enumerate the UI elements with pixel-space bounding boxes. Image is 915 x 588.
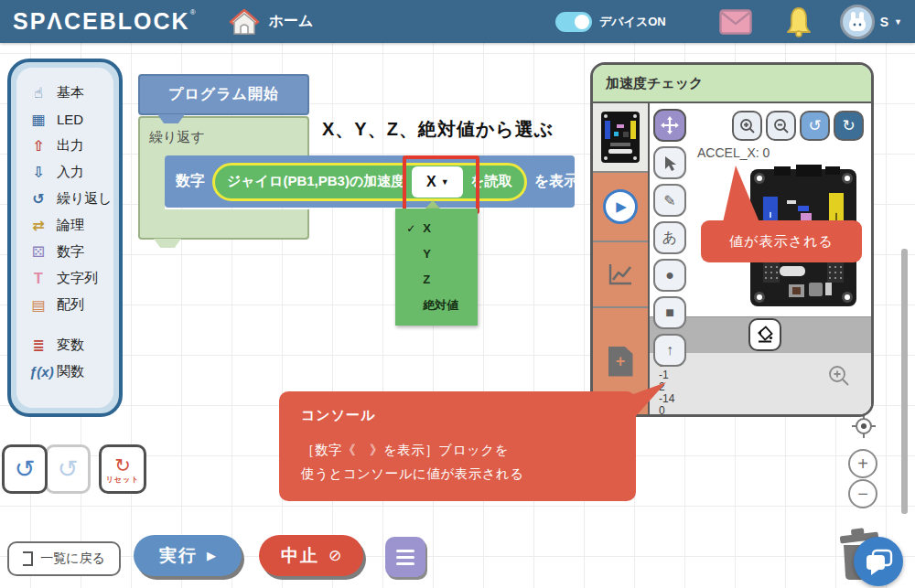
string-letter-icon: T	[29, 271, 48, 287]
text-tool-button[interactable]: あ	[653, 221, 686, 254]
notification-bell-button[interactable]	[785, 6, 813, 37]
input-tray-icon: ⇩	[29, 164, 48, 181]
raise-tool-button[interactable]: ↑	[653, 334, 686, 367]
thumbs-up-icon: ☝	[29, 84, 48, 102]
sidebar-item-output[interactable]: ⇧ 出力	[29, 133, 113, 159]
dropdown-hint-text: X、Y、Z、絶対値から選ぶ	[322, 117, 554, 142]
chat-bubbles-icon	[864, 547, 893, 576]
console-callout-line1: ［数字《 》を表示］ブロックを	[301, 438, 614, 462]
repeat-block-spine	[138, 155, 165, 212]
zoom-out-icon	[773, 118, 790, 134]
device-check-panel: 加速度チェック	[590, 62, 874, 417]
chevron-down-icon: ▼	[894, 17, 902, 27]
sidebar-item-basic[interactable]: ☝ 基本	[29, 80, 113, 106]
value-callout-pointer	[721, 164, 761, 224]
stop-button[interactable]: 中止 ⊘	[259, 535, 363, 576]
function-fx-icon: ƒ(x)	[29, 364, 48, 380]
zoom-out-circle-button[interactable]: −	[848, 479, 877, 508]
reset-icon: ↻	[114, 454, 131, 476]
play-icon: ▶	[616, 198, 627, 215]
rotate-right-icon: ↻	[842, 116, 855, 135]
palette-divider	[29, 318, 113, 332]
chart-button[interactable]	[593, 242, 648, 308]
rotate-left-button[interactable]: ↺	[800, 111, 830, 141]
square-tool-button[interactable]: ■	[653, 296, 686, 329]
output-tray-icon: ⇧	[29, 137, 48, 155]
dropdown-option-y[interactable]: Y	[395, 241, 478, 267]
minus-icon: −	[857, 484, 868, 505]
sidebar-item-led[interactable]: ▦ LED	[29, 106, 113, 133]
home-button[interactable]: ホーム	[229, 8, 314, 36]
number-display-block[interactable]: 数字 ジャイロ(PB1,PB3)の加速度 X ▼ ✓ X Y Z	[165, 155, 575, 208]
console-callout-line2: 使うとコンソールに値が表示される	[301, 462, 614, 486]
device-thumbnail[interactable]	[593, 103, 648, 173]
sidebar-item-function[interactable]: ƒ(x) 関数	[29, 358, 113, 385]
stop-icon: ⊘	[328, 546, 341, 565]
loop-arrows-icon: ↺	[29, 190, 48, 208]
device-toggle[interactable]	[555, 12, 592, 32]
app-header: SPΛCEBLOCK® ホーム デバイスON	[0, 0, 915, 43]
zoom-in-circle-button[interactable]: +	[848, 449, 877, 478]
reset-button[interactable]: ↻ リセット	[99, 444, 146, 494]
sidebar-item-loop[interactable]: ↺ 繰り返し	[29, 186, 113, 212]
chat-button[interactable]	[854, 537, 903, 586]
history-controls: ↺ ↺ ↻ リセット	[2, 444, 146, 494]
console-callout: コンソール ［数字《 》を表示］ブロックを 使うとコンソールに値が表示される	[279, 391, 636, 501]
pen-tool-button[interactable]: ✎	[653, 184, 686, 217]
sidebar-item-array[interactable]: ▤ 配列	[29, 292, 113, 318]
redo-button[interactable]: ↺	[45, 444, 91, 494]
move-icon	[661, 116, 679, 134]
text-tool-icon: あ	[662, 229, 677, 248]
axis-dropdown[interactable]: X ▼ ✓ X Y Z 絶対値	[412, 166, 463, 198]
device-toggle-label: デバイスON	[599, 14, 666, 30]
select-tool-button[interactable]	[653, 146, 686, 179]
hamburger-icon	[396, 550, 414, 552]
array-list-icon: ▤	[29, 296, 48, 314]
rotate-right-button[interactable]: ↻	[834, 111, 864, 141]
user-menu[interactable]: S ▼	[840, 5, 902, 39]
dropdown-option-abs[interactable]: 絶対値	[395, 293, 478, 318]
move-tool-button[interactable]	[653, 109, 686, 142]
vertical-scrollbar[interactable]	[901, 249, 908, 514]
menu-button[interactable]	[385, 537, 425, 577]
sidebar-item-variable[interactable]: ≣ 変数	[29, 332, 113, 358]
sidebar-item-string[interactable]: T 文字列	[29, 265, 113, 292]
mail-button[interactable]	[719, 9, 752, 35]
run-button[interactable]: 実行 ▶	[134, 535, 242, 576]
simulator-canvas[interactable]: ✎ あ ● ■ ↑	[650, 103, 871, 414]
back-label: 一覧に戻る	[40, 551, 105, 567]
number-dice-icon: ⚄	[29, 243, 48, 261]
check-icon: ✓	[406, 222, 423, 235]
sidebar-item-logic[interactable]: ⇄ 論理	[29, 212, 113, 239]
program-start-block[interactable]: プログラム開始	[138, 74, 309, 115]
device-toggle-group: デバイスON	[555, 12, 666, 32]
spaceblock-logo: SPΛCEBLOCK®	[13, 8, 198, 35]
circle-tool-button[interactable]: ●	[653, 259, 686, 292]
led-matrix-icon: ▦	[29, 111, 48, 128]
zoom-in-button[interactable]	[732, 111, 762, 141]
zoom-out-button[interactable]	[766, 111, 796, 141]
console-zoom-button[interactable]	[827, 364, 851, 390]
back-to-list-button[interactable]: 一覧に戻る	[7, 541, 121, 576]
sidebar-item-input[interactable]: ⇩ 入力	[29, 159, 113, 186]
square-icon: ■	[665, 305, 674, 321]
gyro-accel-block[interactable]: ジャイロ(PB1,PB3)の加速度 X ▼ ✓ X Y Z	[212, 163, 527, 201]
repeat-block-tab	[154, 239, 181, 248]
center-view-button[interactable]	[850, 412, 877, 444]
fill-tool-button[interactable]	[748, 318, 781, 351]
magnifier-plus-icon	[827, 364, 851, 388]
sidebar-item-number[interactable]: ⚄ 数字	[29, 239, 113, 265]
view-controls: ↺ ↻	[732, 111, 864, 141]
rabbit-icon	[846, 11, 868, 33]
console-callout-title: コンソール	[301, 407, 614, 424]
device-thumbnail-image	[601, 112, 640, 163]
dropdown-option-z[interactable]: Z	[395, 267, 478, 293]
play-button[interactable]: ▶	[603, 189, 638, 224]
undo-button[interactable]: ↺	[2, 444, 48, 494]
variable-stack-icon: ≣	[29, 337, 48, 354]
run-icon: ▶	[207, 549, 216, 562]
home-label: ホーム	[269, 12, 314, 31]
pen-icon: ✎	[663, 192, 675, 209]
play-cell: ▶	[593, 173, 648, 242]
dropdown-option-x[interactable]: ✓ X	[395, 216, 478, 241]
